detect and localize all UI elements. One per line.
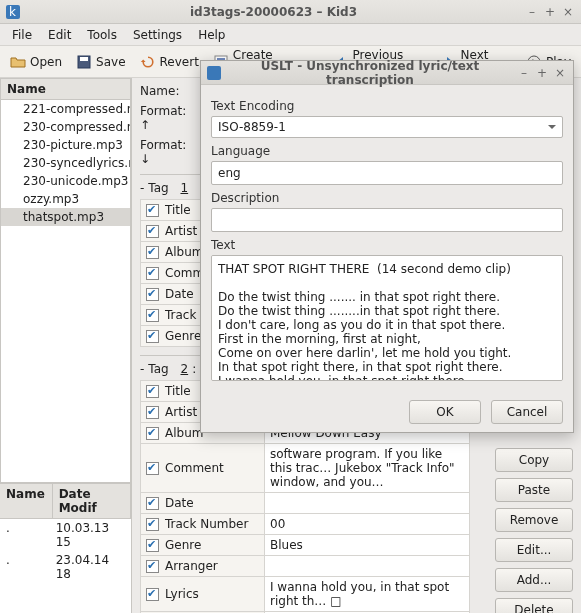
- menubar: File Edit Tools Settings Help: [0, 24, 581, 46]
- file-item[interactable]: 230-picture.mp3: [1, 136, 130, 154]
- checkbox[interactable]: [146, 588, 159, 601]
- file-list[interactable]: 221-compressed.mp3230-compressed.mp3230-…: [0, 100, 131, 483]
- uslt-dialog: USLT - Unsynchronized lyric/text transcr…: [200, 60, 574, 433]
- revert-icon: [140, 54, 156, 70]
- delete-button[interactable]: Delete: [495, 598, 573, 613]
- checkbox[interactable]: [146, 385, 159, 398]
- language-input[interactable]: [211, 161, 563, 185]
- svg-rect-6: [207, 66, 221, 80]
- checkbox[interactable]: [146, 204, 159, 217]
- description-label: Description: [211, 191, 563, 205]
- file-item[interactable]: 230-syncedlyrics.mp3: [1, 154, 130, 172]
- checkbox[interactable]: [146, 560, 159, 573]
- encoding-select[interactable]: ISO-8859-1: [211, 116, 563, 138]
- checkbox[interactable]: [146, 225, 159, 238]
- checkbox[interactable]: [146, 267, 159, 280]
- folder-open-icon: [10, 54, 26, 70]
- field-value[interactable]: [265, 493, 470, 514]
- col-name[interactable]: Name: [0, 484, 53, 518]
- svg-rect-3: [80, 57, 88, 61]
- field-label: Track Number: [141, 514, 265, 535]
- field-label: Arranger: [141, 556, 265, 577]
- checkbox[interactable]: [146, 427, 159, 440]
- language-label: Language: [211, 144, 563, 158]
- format-up-label: Format: ↑: [140, 104, 192, 132]
- field-value[interactable]: I wanna hold you, in that spot right th……: [265, 577, 470, 612]
- app-icon: k: [6, 5, 20, 19]
- menu-help[interactable]: Help: [190, 26, 233, 44]
- dir-row[interactable]: .23.04.14 18: [0, 551, 131, 583]
- checkbox[interactable]: [146, 288, 159, 301]
- maximize-icon[interactable]: +: [543, 5, 557, 19]
- col-date[interactable]: Date Modif: [53, 484, 131, 518]
- minimize-icon[interactable]: –: [525, 5, 539, 19]
- add-button[interactable]: Add...: [495, 568, 573, 592]
- open-button[interactable]: Open: [4, 50, 68, 74]
- checkbox[interactable]: [146, 309, 159, 322]
- file-item[interactable]: thatspot.mp3: [1, 208, 130, 226]
- checkbox[interactable]: [146, 518, 159, 531]
- file-item[interactable]: 230-compressed.mp3: [1, 118, 130, 136]
- field-value[interactable]: Blues: [265, 535, 470, 556]
- format-down-label: Format: ↓: [140, 138, 192, 166]
- edit-button[interactable]: Edit...: [495, 538, 573, 562]
- paste-button[interactable]: Paste: [495, 478, 573, 502]
- file-item[interactable]: 221-compressed.mp3: [1, 100, 130, 118]
- field-label: Comment: [141, 444, 265, 493]
- field-value[interactable]: 00: [265, 514, 470, 535]
- dialog-icon: [207, 66, 221, 80]
- dialog-title: USLT - Unsynchronized lyric/text transcr…: [227, 59, 513, 87]
- save-button[interactable]: Save: [70, 50, 131, 74]
- name-label: Name:: [140, 84, 192, 98]
- revert-button[interactable]: Revert: [134, 50, 205, 74]
- dialog-minimize-icon[interactable]: –: [517, 66, 531, 80]
- checkbox[interactable]: [146, 246, 159, 259]
- menu-tools[interactable]: Tools: [79, 26, 125, 44]
- encoding-label: Text Encoding: [211, 99, 563, 113]
- field-label: Date: [141, 493, 265, 514]
- description-input[interactable]: [211, 208, 563, 232]
- field-value[interactable]: [265, 556, 470, 577]
- svg-text:k: k: [9, 5, 16, 19]
- checkbox[interactable]: [146, 497, 159, 510]
- checkbox[interactable]: [146, 406, 159, 419]
- checkbox[interactable]: [146, 462, 159, 475]
- bottom-pane: Name Date Modif .10.03.13 15.23.04.14 18: [0, 483, 131, 613]
- text-textarea[interactable]: [211, 255, 563, 381]
- dialog-maximize-icon[interactable]: +: [535, 66, 549, 80]
- window-title: id3tags-20000623 – Kid3: [26, 5, 521, 19]
- side-buttons: Copy Paste Remove Edit... Add... Delete …: [495, 448, 573, 613]
- main-titlebar: k id3tags-20000623 – Kid3 – + ×: [0, 0, 581, 24]
- close-icon[interactable]: ×: [561, 5, 575, 19]
- remove-button[interactable]: Remove: [495, 508, 573, 532]
- menu-settings[interactable]: Settings: [125, 26, 190, 44]
- left-pane: Name 221-compressed.mp3230-compressed.mp…: [0, 78, 132, 613]
- save-icon: [76, 54, 92, 70]
- cancel-button[interactable]: Cancel: [491, 400, 563, 424]
- filelist-header[interactable]: Name: [0, 78, 131, 100]
- copy-button[interactable]: Copy: [495, 448, 573, 472]
- file-item[interactable]: ozzy.mp3: [1, 190, 130, 208]
- field-label: Genre: [141, 535, 265, 556]
- text-label: Text: [211, 238, 563, 252]
- checkbox[interactable]: [146, 539, 159, 552]
- checkbox[interactable]: [146, 330, 159, 343]
- field-value[interactable]: software program. If you like this trac……: [265, 444, 470, 493]
- menu-file[interactable]: File: [4, 26, 40, 44]
- menu-edit[interactable]: Edit: [40, 26, 79, 44]
- file-item[interactable]: 230-unicode.mp3: [1, 172, 130, 190]
- field-label: Lyrics: [141, 577, 265, 612]
- dialog-close-icon[interactable]: ×: [553, 66, 567, 80]
- ok-button[interactable]: OK: [409, 400, 481, 424]
- dir-row[interactable]: .10.03.13 15: [0, 519, 131, 551]
